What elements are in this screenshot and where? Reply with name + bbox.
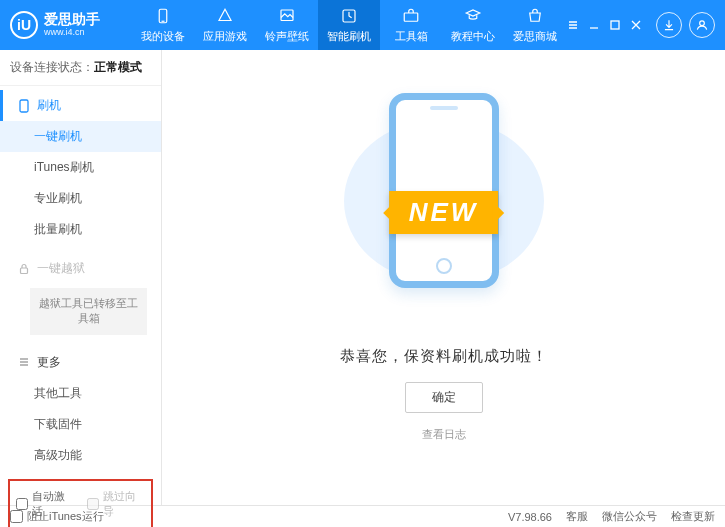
app-url: www.i4.cn [44,28,100,38]
jailbreak-note: 越狱工具已转移至工具箱 [30,288,147,335]
section-flash: 刷机 一键刷机 iTunes刷机 专业刷机 批量刷机 [0,86,161,249]
phone-icon [17,99,31,113]
sidebar: 设备连接状态：正常模式 刷机 一键刷机 iTunes刷机 专业刷机 批量刷机 一… [0,50,162,505]
nav-label: 教程中心 [451,29,495,44]
nav-label: 智能刷机 [327,29,371,44]
nav-smart-flash[interactable]: 智能刷机 [318,0,380,50]
nav-apps-games[interactable]: 应用游戏 [194,0,256,50]
top-nav: 我的设备 应用游戏 铃声壁纸 智能刷机 工具箱 教程中心 爱思商城 [132,0,566,50]
success-illustration: NEW [369,83,519,303]
toolbox-icon [402,7,420,25]
conn-label: 设备连接状态： [10,60,94,74]
nav-label: 爱思商城 [513,29,557,44]
app-logo[interactable]: iU 爱思助手 www.i4.cn [10,11,132,39]
block-itunes-label: 阻止iTunes运行 [27,509,104,524]
main-body: 设备连接状态：正常模式 刷机 一键刷机 iTunes刷机 专业刷机 批量刷机 一… [0,50,725,505]
ok-button[interactable]: 确定 [405,382,483,413]
title-right [566,12,715,38]
nav-label: 我的设备 [141,29,185,44]
menu-icon[interactable] [566,18,580,32]
minimize-icon[interactable] [587,18,601,32]
svg-rect-7 [20,100,28,112]
check-update-link[interactable]: 检查更新 [671,509,715,524]
sidebar-item-batch[interactable]: 批量刷机 [0,214,161,245]
maximize-icon[interactable] [608,18,622,32]
view-log-link[interactable]: 查看日志 [422,427,466,442]
svg-rect-5 [611,21,619,29]
sidebar-item-oneclick[interactable]: 一键刷机 [0,121,161,152]
sidebar-item-advanced[interactable]: 高级功能 [0,440,161,471]
block-itunes-checkbox[interactable]: 阻止iTunes运行 [10,509,104,524]
skip-setup-input [87,498,99,510]
wallpaper-icon [278,7,296,25]
wechat-link[interactable]: 微信公众号 [602,509,657,524]
lock-icon [17,262,31,276]
user-button[interactable] [689,12,715,38]
nav-my-device[interactable]: 我的设备 [132,0,194,50]
nav-ringtones[interactable]: 铃声壁纸 [256,0,318,50]
download-button[interactable] [656,12,682,38]
block-itunes-input[interactable] [10,510,23,523]
sidebar-item-other-tools[interactable]: 其他工具 [0,378,161,409]
svg-rect-4 [404,13,418,21]
skip-setup-label: 跳过向导 [103,489,146,519]
new-ribbon: NEW [389,191,499,234]
app-name: 爱思助手 [44,12,100,27]
flash-header[interactable]: 刷机 [0,90,161,121]
svg-rect-8 [21,268,28,274]
more-header[interactable]: 更多 [0,347,161,378]
close-icon[interactable] [629,18,643,32]
nav-store[interactable]: 爱思商城 [504,0,566,50]
jailbreak-header: 一键越狱 [0,253,161,284]
titlebar: iU 爱思助手 www.i4.cn 我的设备 应用游戏 铃声壁纸 智能刷机 工具… [0,0,725,50]
apps-icon [216,7,234,25]
version-label: V7.98.66 [508,511,552,523]
success-message: 恭喜您，保资料刷机成功啦！ [340,347,548,366]
connection-status: 设备连接状态：正常模式 [0,50,161,86]
nav-label: 应用游戏 [203,29,247,44]
sidebar-item-pro[interactable]: 专业刷机 [0,183,161,214]
more-head-label: 更多 [37,354,61,371]
svg-point-6 [700,21,705,26]
device-icon [154,7,172,25]
nav-label: 工具箱 [395,29,428,44]
jailbreak-head-label: 一键越狱 [37,260,85,277]
sidebar-item-itunes[interactable]: iTunes刷机 [0,152,161,183]
nav-label: 铃声壁纸 [265,29,309,44]
section-more: 更多 其他工具 下载固件 高级功能 [0,343,161,475]
logo-text: 爱思助手 www.i4.cn [44,12,100,37]
auto-activate-input[interactable] [16,498,28,510]
flash-icon [340,7,358,25]
support-link[interactable]: 客服 [566,509,588,524]
conn-value: 正常模式 [94,60,142,74]
logo-icon: iU [10,11,38,39]
sidebar-item-download-fw[interactable]: 下载固件 [0,409,161,440]
store-icon [526,7,544,25]
main-panel: NEW 恭喜您，保资料刷机成功啦！ 确定 查看日志 [162,50,725,505]
section-jailbreak: 一键越狱 越狱工具已转移至工具箱 [0,249,161,343]
flash-head-label: 刷机 [37,97,61,114]
list-icon [17,355,31,369]
nav-tutorials[interactable]: 教程中心 [442,0,504,50]
tutorial-icon [464,7,482,25]
nav-toolbox[interactable]: 工具箱 [380,0,442,50]
window-controls [566,18,643,32]
